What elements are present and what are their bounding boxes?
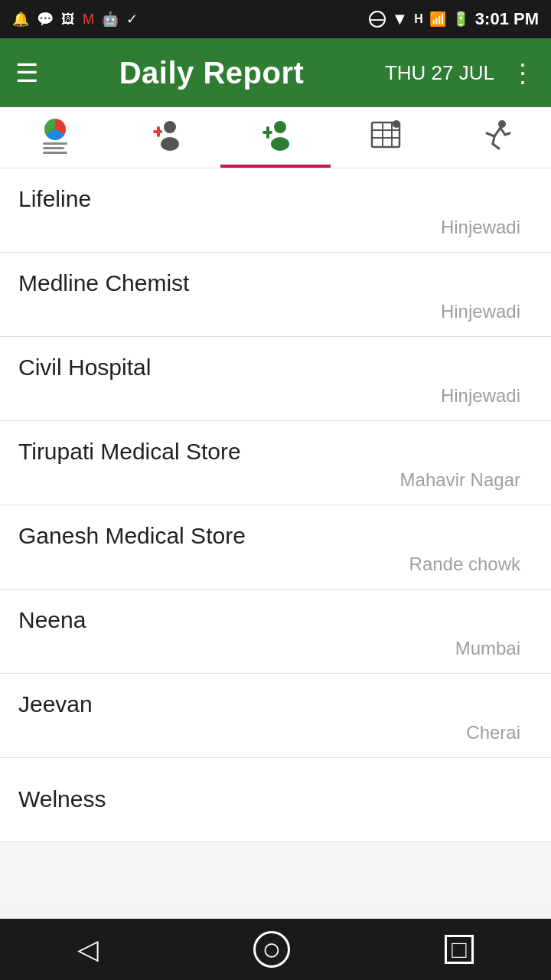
tab-add-doctor[interactable] xyxy=(110,107,220,168)
dnd-icon: — xyxy=(369,11,386,28)
wifi-icon: ▼ xyxy=(392,9,409,29)
item-location: Cherai xyxy=(466,722,520,743)
svg-point-0 xyxy=(164,121,176,133)
item-location: Rande chowk xyxy=(409,554,520,575)
svg-rect-3 xyxy=(157,126,160,137)
status-bar: 🔔 💬 🖼 M 🤖 ✓ — ▼ H 📶 🔋 3:01 PM xyxy=(0,0,551,38)
add-chemist-tab-icon xyxy=(259,118,292,155)
item-location: Mahavir Nagar xyxy=(400,469,520,491)
svg-point-4 xyxy=(274,121,286,133)
bottom-nav: ◁ ○ □ xyxy=(0,919,551,980)
android-icon: 🤖 xyxy=(102,11,119,28)
report-tab-icon xyxy=(43,119,67,154)
list-item[interactable]: Welness xyxy=(0,758,551,842)
app-bar-actions: THU 27 JUL ⋮ xyxy=(385,57,536,88)
gmail-icon: M xyxy=(83,11,94,28)
svg-point-13 xyxy=(393,120,400,128)
time-display: 3:01 PM xyxy=(475,9,539,29)
list-item[interactable]: Neena Mumbai xyxy=(0,590,551,674)
signal-icon: 📶 xyxy=(429,11,446,28)
page-title: Daily Report xyxy=(119,56,305,90)
svg-point-1 xyxy=(161,137,179,151)
hamburger-menu-button[interactable]: ☰ xyxy=(15,57,38,88)
item-name: Lifeline xyxy=(18,186,533,212)
battery-icon: 🔋 xyxy=(452,11,469,28)
svg-point-5 xyxy=(271,137,289,151)
add-doctor-tab-icon xyxy=(148,118,182,155)
tab-report[interactable] xyxy=(0,107,110,168)
item-name: Jeevan xyxy=(18,691,533,717)
check-icon: ✓ xyxy=(126,11,138,28)
svg-line-19 xyxy=(500,128,505,135)
svg-rect-7 xyxy=(266,126,269,139)
list-item[interactable]: Lifeline Hinjewadi xyxy=(0,168,551,253)
list-item[interactable]: Jeevan Cherai xyxy=(0,674,551,758)
item-location: Hinjewadi xyxy=(441,301,520,322)
sms-icon: 💬 xyxy=(37,11,54,28)
svg-line-16 xyxy=(487,133,494,136)
item-name: Tirupati Medical Store xyxy=(18,439,533,465)
list-item[interactable]: Civil Hospital Hinjewadi xyxy=(0,337,551,421)
app-bar: ☰ Daily Report THU 27 JUL ⋮ xyxy=(0,38,551,107)
item-name: Neena xyxy=(18,607,533,633)
date-label: THU 27 JUL xyxy=(385,61,494,85)
list-item[interactable]: Medline Chemist Hinjewadi xyxy=(0,253,551,337)
tab-activity[interactable] xyxy=(441,107,551,168)
list-item[interactable]: Ganesh Medical Store Rande chowk xyxy=(0,505,551,590)
item-location: Hinjewadi xyxy=(441,385,520,407)
status-right-icons: — ▼ H 📶 🔋 3:01 PM xyxy=(369,9,540,29)
tab-bar xyxy=(0,107,551,168)
item-name: Ganesh Medical Store xyxy=(18,523,533,549)
list-item[interactable]: Tirupati Medical Store Mahavir Nagar xyxy=(0,421,551,505)
recent-apps-button[interactable]: □ xyxy=(445,935,474,964)
item-location: Mumbai xyxy=(455,638,520,659)
tab-add-chemist[interactable] xyxy=(220,107,331,168)
tab-table[interactable] xyxy=(331,107,441,168)
image-icon: 🖼 xyxy=(61,11,75,28)
back-button[interactable]: ◁ xyxy=(77,933,99,965)
svg-point-14 xyxy=(498,120,506,128)
svg-line-15 xyxy=(494,128,500,136)
item-location: Hinjewadi xyxy=(441,217,520,238)
home-button[interactable]: ○ xyxy=(253,931,290,968)
item-name: Civil Hospital xyxy=(18,354,533,381)
chemist-list: Lifeline Hinjewadi Medline Chemist Hinje… xyxy=(0,168,551,903)
more-options-button[interactable]: ⋮ xyxy=(510,57,536,88)
data-icon: H xyxy=(414,12,423,26)
svg-line-20 xyxy=(505,133,510,135)
svg-line-18 xyxy=(493,144,499,149)
item-name: Medline Chemist xyxy=(18,270,533,296)
activity-tab-icon xyxy=(479,118,513,155)
svg-line-17 xyxy=(493,136,494,144)
status-left-icons: 🔔 💬 🖼 M 🤖 ✓ xyxy=(12,11,138,28)
table-tab-icon xyxy=(369,118,403,155)
notification-icon: 🔔 xyxy=(12,11,29,28)
item-name: Welness xyxy=(18,786,533,812)
